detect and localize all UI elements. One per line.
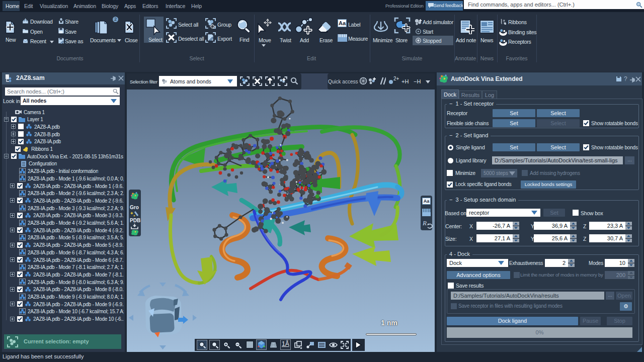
svg-text:Aa: Aa [339, 20, 346, 26]
svg-text:2+: 2+ [393, 76, 399, 81]
